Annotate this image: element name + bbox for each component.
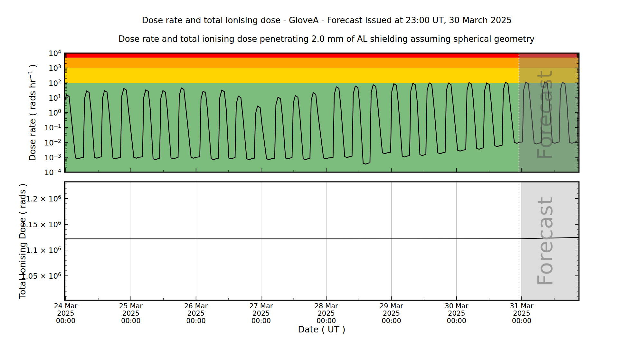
x-tick-line: 28 Mar bbox=[315, 303, 338, 310]
x-tick-line: 2025 bbox=[315, 310, 338, 317]
x-tick-line: 2025 bbox=[54, 310, 77, 317]
x-tick-line: 29 Mar bbox=[380, 303, 403, 310]
x-tick-line: 00:00 bbox=[445, 317, 468, 325]
forecast-watermark-top: Forecast bbox=[533, 70, 557, 160]
x-tick-line: 2025 bbox=[249, 310, 273, 317]
top-y-tick-label: 102 bbox=[49, 78, 61, 88]
x-tick-line: 24 Mar bbox=[54, 303, 77, 310]
x-tick-label: 31 Mar202500:00 bbox=[510, 303, 534, 325]
top-y-tick-label: 100 bbox=[49, 108, 61, 117]
alert-band-red bbox=[64, 53, 579, 58]
top-y-tick-label: 103 bbox=[49, 63, 61, 73]
x-tick-line: 00:00 bbox=[380, 317, 403, 325]
bottom-y-tick-label: 1.05 × 106 bbox=[21, 271, 61, 281]
x-tick-line: 27 Mar bbox=[249, 303, 273, 310]
bottom-y-tick-label: 1.2 × 106 bbox=[26, 194, 61, 203]
chart-subtitle: Dose rate and total ionising dose penetr… bbox=[118, 34, 535, 44]
x-tick-label: 28 Mar202500:00 bbox=[315, 303, 338, 325]
x-tick-line: 2025 bbox=[184, 310, 208, 317]
top-y-tick-label: 104 bbox=[49, 49, 61, 58]
alert-band-orange bbox=[64, 58, 579, 68]
x-tick-label: 29 Mar202500:00 bbox=[380, 303, 403, 325]
x-tick-line: 26 Mar bbox=[184, 303, 208, 310]
top-y-tick-label: 10−4 bbox=[44, 168, 61, 177]
dose-forecast-figure: Dose rate and total ionising dose - Giov… bbox=[0, 0, 644, 354]
x-tick-line: 00:00 bbox=[249, 317, 273, 325]
bottom-y-tick-label: 1.15 × 106 bbox=[21, 220, 61, 229]
x-tick-line: 00:00 bbox=[510, 317, 534, 325]
top-y-tick-label: 10−1 bbox=[44, 123, 61, 132]
top-y-tick-label: 10−2 bbox=[44, 138, 61, 147]
x-tick-line: 00:00 bbox=[184, 317, 208, 325]
top-y-tick-label: 10−3 bbox=[44, 153, 61, 162]
x-tick-line: 30 Mar bbox=[445, 303, 468, 310]
x-axis-label: Date ( UT ) bbox=[298, 324, 346, 334]
x-tick-line: 25 Mar bbox=[119, 303, 143, 310]
alert-band-yellow bbox=[64, 68, 579, 83]
forecast-watermark-bottom: Forecast bbox=[533, 197, 557, 286]
top-y-axis-label-text: Dose rate ( rads hr bbox=[27, 79, 37, 161]
top-y-axis-label-exponent: −1 bbox=[27, 70, 33, 79]
x-tick-label: 30 Mar202500:00 bbox=[445, 303, 468, 325]
chart-canvas bbox=[0, 0, 644, 354]
x-tick-line: 2025 bbox=[445, 310, 468, 317]
x-tick-label: 27 Mar202500:00 bbox=[249, 303, 273, 325]
top-y-axis-label: Dose rate ( rads hr−1 ) bbox=[27, 64, 37, 161]
top-y-axis-label-suffix: ) bbox=[27, 64, 37, 70]
alert-band-green bbox=[64, 83, 579, 172]
x-tick-line: 31 Mar bbox=[510, 303, 534, 310]
x-tick-label: 25 Mar202500:00 bbox=[119, 303, 143, 325]
x-tick-line: 00:00 bbox=[119, 317, 143, 325]
x-tick-line: 2025 bbox=[380, 310, 403, 317]
x-tick-label: 26 Mar202500:00 bbox=[184, 303, 208, 325]
bottom-panel-bg bbox=[64, 182, 579, 300]
x-tick-line: 2025 bbox=[510, 310, 534, 317]
x-tick-line: 00:00 bbox=[54, 317, 77, 325]
x-tick-label: 24 Mar202500:00 bbox=[54, 303, 77, 325]
top-y-tick-label: 101 bbox=[49, 93, 61, 102]
chart-title: Dose rate and total ionising dose - Giov… bbox=[142, 15, 512, 25]
x-tick-line: 2025 bbox=[119, 310, 143, 317]
x-tick-line: 00:00 bbox=[315, 317, 338, 325]
bottom-y-tick-label: 1.1 × 106 bbox=[26, 246, 61, 255]
